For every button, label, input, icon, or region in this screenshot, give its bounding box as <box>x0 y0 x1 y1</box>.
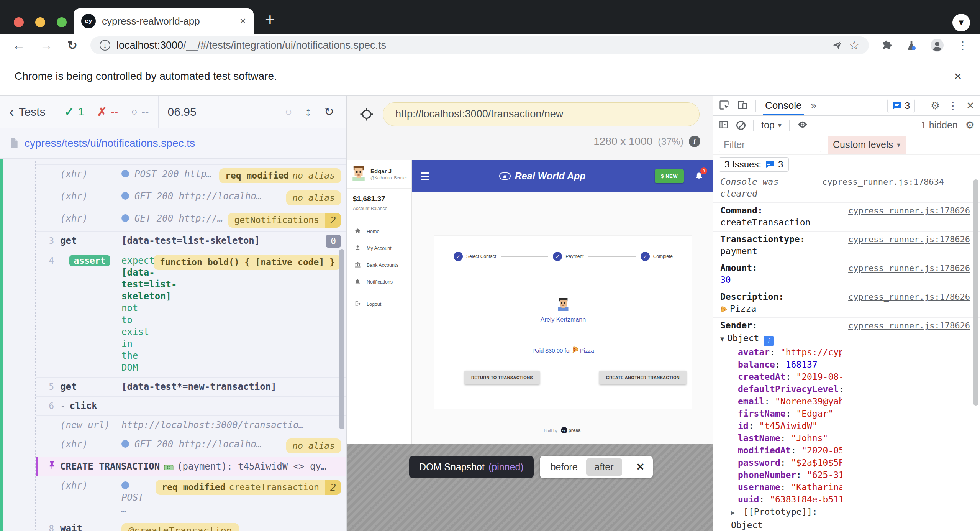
sidebar-item-my-account[interactable]: My Account <box>347 240 411 257</box>
spec-file-link[interactable]: cypress/tests/ui/notifications.spec.ts <box>25 137 195 149</box>
snapshot-after-button[interactable]: after <box>586 458 622 476</box>
console-settings-icon[interactable]: ⚙ <box>965 119 975 131</box>
source-link[interactable]: cypress_runner.js:178626 <box>848 291 970 303</box>
bookmark-star-icon[interactable]: ☆ <box>849 38 860 53</box>
back-to-tests[interactable]: ‹ Tests <box>0 96 55 128</box>
back-icon[interactable]: ← <box>7 38 31 53</box>
tab-close-icon[interactable]: × <box>240 15 246 27</box>
snapshot-before-button[interactable]: before <box>542 458 586 476</box>
console-message[interactable]: Transactiontype:paymentcypress_runner.js… <box>713 232 980 260</box>
command-log-row[interactable]: (xhr)GET 200 http://localho…no alias <box>36 187 346 209</box>
return-to-transactions-button[interactable]: RETURN TO TRANSACTIONS <box>464 371 540 384</box>
command-log-row[interactable] <box>36 159 346 165</box>
command-log-row[interactable]: 4-assertexpected [data-test=list-skeleto… <box>36 251 346 378</box>
inspect-element-icon[interactable] <box>719 100 729 112</box>
banner-close-icon[interactable]: × <box>950 69 965 84</box>
filter-input[interactable] <box>719 138 821 152</box>
send-to-device-icon[interactable] <box>832 40 842 51</box>
property-value: "Johns" <box>791 433 828 443</box>
site-info-icon[interactable]: i <box>100 40 110 51</box>
zoom-window-button[interactable] <box>57 17 67 27</box>
hidden-messages-label[interactable]: 1 hidden <box>921 120 958 131</box>
command-log-row[interactable]: (xhr)GET 200 http://localho…no alias <box>36 435 346 457</box>
command-log-row[interactable]: CREATE TRANSACTION(payment): t45AiwidW <… <box>36 457 346 476</box>
address-bar[interactable]: i localhost:3000/__/#/tests/integration/… <box>90 36 869 54</box>
minimize-window-button[interactable] <box>35 17 45 27</box>
console-message[interactable]: Sender:▼Objectiavatar: "https://cypress-… <box>713 318 980 531</box>
rerun-tests-icon[interactable]: ↻ <box>324 105 334 119</box>
close-window-button[interactable] <box>14 17 24 27</box>
issues-counter[interactable]: 3 <box>887 99 915 113</box>
route-call-count: 2 <box>325 213 341 228</box>
menu-hamburger-icon[interactable] <box>421 172 429 180</box>
extensions-puzzle-icon[interactable] <box>877 40 897 51</box>
source-link[interactable]: cypress_runner.js:178626 <box>848 262 970 274</box>
devtools-menu-icon[interactable]: ⋮ <box>947 99 958 112</box>
prototype-row[interactable]: ▶ [[Prototype]]: Object <box>720 506 842 531</box>
clear-console-icon[interactable] <box>736 121 746 130</box>
sidebar-item-notifications[interactable]: Notifications <box>347 274 411 291</box>
app-content: ✓Select Contact✓Payment✓Complete Arely K… <box>412 192 713 444</box>
snapshot-close-icon[interactable]: ✕ <box>630 458 651 476</box>
aut-address[interactable]: http://localhost:3000/transaction/new <box>383 102 700 126</box>
url-text[interactable]: localhost:3000/__/#/tests/integration/ui… <box>116 39 826 51</box>
console-sidebar-icon[interactable] <box>719 120 729 131</box>
browser-menu-icon[interactable]: ⋮ <box>952 39 973 52</box>
device-toolbar-icon[interactable] <box>737 100 748 112</box>
devtools-scrollbar[interactable] <box>973 179 978 406</box>
command-log-row[interactable]: (xhr)POST …req modifiedcreateTransaction… <box>36 476 346 519</box>
console-message[interactable]: Description:Pizzacypress_runner.js:17862… <box>713 289 980 318</box>
forward-icon[interactable]: → <box>34 38 58 53</box>
selector-playground-icon[interactable] <box>360 107 374 121</box>
devtools-settings-icon[interactable]: ⚙ <box>931 100 940 112</box>
sidebar-item-home[interactable]: Home <box>347 223 411 240</box>
assert-text: not to exist in the DOM <box>121 303 149 373</box>
stat-pending[interactable]: ○-- <box>131 105 149 118</box>
info-badge-icon[interactable]: i <box>764 336 774 346</box>
command-log-row[interactable]: 5get[data-test*=new-transaction] <box>36 378 346 397</box>
tab-search-button[interactable]: ▼ <box>952 14 970 31</box>
reload-icon[interactable]: ↻ <box>62 38 83 53</box>
command-log-row[interactable]: 3get[data-test=list-skeleton]0 <box>36 232 346 251</box>
source-link[interactable]: cypress_runner.js:178626 <box>848 205 970 217</box>
more-tabs-icon[interactable]: » <box>811 100 816 112</box>
command-log-row[interactable]: (xhr)GET 200 http://…getNotifications2 <box>36 209 346 232</box>
issues-pill[interactable]: 3 Issues: 3 <box>719 157 789 172</box>
object-property: uuid: "6383f84e-b511-44c5-a835-3ece1d78…… <box>720 493 842 506</box>
route-badge: req modifiedno alias <box>219 168 341 183</box>
profile-avatar[interactable] <box>926 39 949 52</box>
reporter-scrollbar[interactable] <box>339 249 344 429</box>
log-levels-dropdown[interactable]: Custom levels▾ <box>828 136 906 154</box>
live-expression-eye-icon[interactable] <box>797 119 808 131</box>
devtools-close-icon[interactable]: ✕ <box>966 100 975 112</box>
sidebar-item-bank-accounts[interactable]: Bank Accounts <box>347 257 411 274</box>
source-link[interactable]: cypress_runner.js:178626 <box>848 233 970 245</box>
tab-console[interactable]: Console <box>764 96 803 115</box>
row-badges: no alias <box>282 190 341 205</box>
source-link[interactable]: cypress_runner.js:178634 <box>822 176 944 188</box>
stat-failed[interactable]: ✗-- <box>97 105 118 118</box>
object-preview[interactable]: ▼Objecti <box>720 332 842 346</box>
sidebar-item-logout[interactable]: Logout <box>347 296 411 313</box>
viewport-indicator-icon[interactable]: ○ <box>285 105 292 119</box>
notifications-bell[interactable]: 8 <box>695 171 703 181</box>
browser-tab[interactable]: cy cypress-realworld-app × <box>74 8 254 34</box>
command-log-row[interactable]: 6-click <box>36 397 346 416</box>
source-link[interactable]: cypress_runner.js:178626 <box>848 320 970 332</box>
stat-passed[interactable]: ✓1 <box>64 105 84 119</box>
app-logo[interactable]: Real World App <box>429 171 655 182</box>
new-tab-button[interactable]: + <box>265 10 275 29</box>
command-log-row[interactable]: (new url)http://localhost:3000/transacti… <box>36 416 346 435</box>
create-another-transaction-button[interactable]: CREATE ANOTHER TRANSACTION <box>599 371 687 384</box>
viewport-info-icon[interactable]: i <box>689 136 700 147</box>
command-log-row[interactable]: (xhr)POST 200 http…req modifiedno alias <box>36 165 346 187</box>
context-selector[interactable]: top▾ <box>761 120 782 131</box>
route-badge: req modifiedcreateTransaction2 <box>156 480 341 495</box>
experiment-flask-icon[interactable] <box>901 40 922 51</box>
console-message[interactable]: Amount:30cypress_runner.js:178626 <box>713 260 980 289</box>
new-transaction-button[interactable]: $ NEW <box>655 169 684 183</box>
console-message[interactable]: Console was clearedcypress_runner.js:178… <box>713 174 980 203</box>
command-log-row[interactable]: 8wait@createTransaction <box>36 519 346 531</box>
console-message[interactable]: Command:createTransactioncypress_runner.… <box>713 203 980 232</box>
scroll-lock-icon[interactable]: ↕ <box>305 105 311 119</box>
